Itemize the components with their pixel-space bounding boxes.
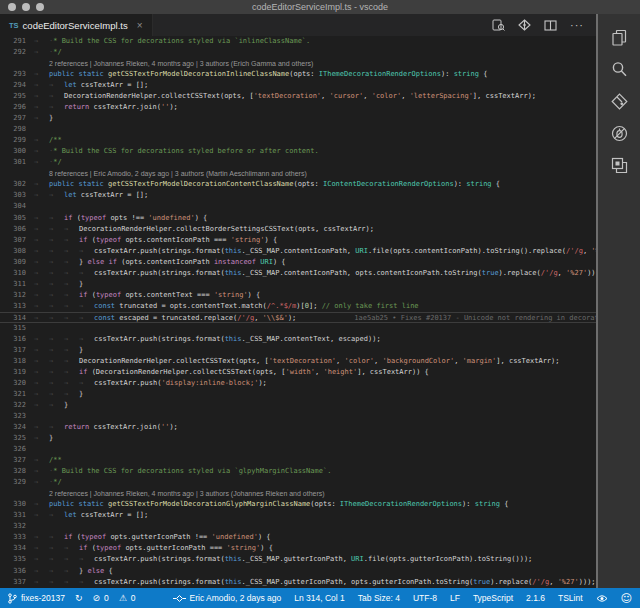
line-number: 300 bbox=[0, 146, 26, 157]
line-number: 305 bbox=[0, 213, 26, 224]
more-actions-icon[interactable]: ··· bbox=[570, 20, 584, 30]
code-line[interactable]: 313→→→→const truncated = opts.contentTex… bbox=[0, 301, 596, 312]
source-control-icon bbox=[611, 93, 628, 110]
code-line[interactable]: 298 bbox=[0, 124, 596, 135]
language-mode[interactable]: TypeScript bbox=[473, 593, 513, 603]
minimize-window-button[interactable] bbox=[22, 3, 30, 11]
code-line[interactable]: 325→} bbox=[0, 433, 596, 444]
code-line[interactable]: 301→·*/ bbox=[0, 157, 596, 168]
gitlens-blame-status[interactable]: Eric Amodio, 2 days ago bbox=[173, 593, 282, 603]
toggle-blame-eye-icon[interactable] bbox=[596, 594, 608, 603]
code-line[interactable]: 306→→→DecorationRenderHelper.collectBord… bbox=[0, 224, 596, 235]
code-line[interactable]: 331→→let cssTextArr = []; bbox=[0, 510, 596, 521]
code-line[interactable]: 293→public static getCSSTextForModelDeco… bbox=[0, 69, 596, 80]
code-line[interactable]: 296→→return cssTextArr.join(''); bbox=[0, 102, 596, 113]
code-line[interactable]: 316→→→→cssTextArr.push(strings.format(th… bbox=[0, 334, 596, 345]
code-line[interactable]: 329→·*/ bbox=[0, 477, 596, 488]
codelens-row[interactable]: 8 references | Eric Amodio, 2 days ago |… bbox=[0, 168, 596, 179]
code-line[interactable]: 336→→→} else { bbox=[0, 566, 596, 577]
code-line[interactable]: 302→public static getCSSTextForModelDeco… bbox=[0, 179, 596, 190]
code-line[interactable]: 299→/** bbox=[0, 135, 596, 146]
feedback-smiley-icon[interactable]: ☺ bbox=[621, 592, 632, 605]
code-line[interactable]: 322→→} bbox=[0, 400, 596, 411]
eol-indicator[interactable]: LF bbox=[450, 593, 460, 603]
code-line[interactable]: 292→·*/ bbox=[0, 47, 596, 58]
code-line[interactable]: 308→→→→cssTextArr.push(strings.format(th… bbox=[0, 246, 596, 257]
code-line[interactable]: 337→→→→cssTextArr.push(strings.format(th… bbox=[0, 577, 596, 588]
code-line[interactable]: 320→→→→cssTextArr.push('display:inline-b… bbox=[0, 378, 596, 389]
code-line[interactable]: 321→→→} bbox=[0, 389, 596, 400]
cursor-position[interactable]: Ln 314, Col 1 bbox=[294, 593, 345, 603]
line-number: 326 bbox=[0, 444, 26, 455]
code-line[interactable]: 327→/** bbox=[0, 455, 596, 466]
code-line[interactable]: 314→→→→const escaped = truncated.replace… bbox=[0, 312, 596, 323]
code-line[interactable]: 328→·* Build the CSS for decorations sty… bbox=[0, 466, 596, 477]
tab-size-indicator[interactable]: Tab Size: 4 bbox=[358, 593, 400, 603]
tab-whitespace-icon: → bbox=[49, 422, 64, 433]
code-line[interactable]: 310→→→→cssTextArr.push(strings.format(th… bbox=[0, 268, 596, 279]
extensions-icon bbox=[611, 157, 628, 174]
codelens-link[interactable]: 2 references | Johannes Rieken, 4 months… bbox=[26, 58, 596, 69]
close-window-button[interactable] bbox=[8, 3, 16, 11]
code-line[interactable]: 335→→→→cssTextArr.push(strings.format(th… bbox=[0, 554, 596, 565]
code-line[interactable]: 291→·* Build the CSS for decorations sty… bbox=[0, 36, 596, 47]
sync-button[interactable]: ↻ bbox=[75, 593, 83, 603]
code-line[interactable]: 318→→→DecorationRenderHelper.collectCSST… bbox=[0, 356, 596, 367]
codelens-row[interactable]: 2 references | Johannes Rieken, 4 months… bbox=[0, 488, 596, 499]
code-line[interactable]: 333→→if (typeof opts.gutterIconPath !== … bbox=[0, 532, 596, 543]
code-line[interactable]: 323 bbox=[0, 411, 596, 422]
open-changes-icon[interactable] bbox=[518, 19, 531, 31]
code-line[interactable]: 294→→let cssTextArr = []; bbox=[0, 80, 596, 91]
code-line[interactable]: 326 bbox=[0, 444, 596, 455]
tab-whitespace-icon: → bbox=[79, 301, 94, 312]
code-line[interactable]: 300→·* Build the CSS for decorations sty… bbox=[0, 146, 596, 157]
tab-whitespace-icon: → bbox=[49, 543, 64, 554]
line-number: 297 bbox=[0, 113, 26, 124]
code-line[interactable]: 319→→→if (DecorationRenderHelper.collect… bbox=[0, 367, 596, 378]
sidebar-item-explorer[interactable] bbox=[598, 21, 640, 53]
sidebar-item-extensions[interactable] bbox=[598, 149, 640, 181]
codelens-row[interactable]: 2 references | Johannes Rieken, 4 months… bbox=[0, 58, 596, 69]
close-tab-icon[interactable]: × bbox=[137, 20, 143, 31]
tab-whitespace-icon: → bbox=[34, 91, 49, 102]
codelens-link[interactable]: 8 references | Eric Amodio, 2 days ago |… bbox=[26, 168, 596, 179]
tab-whitespace-icon: → bbox=[64, 313, 79, 322]
open-preview-icon[interactable] bbox=[492, 19, 505, 31]
code-line[interactable]: 311→→→} bbox=[0, 279, 596, 290]
tslint-status[interactable]: TSLint bbox=[558, 593, 583, 603]
git-branch-indicator[interactable]: fixes-20137 bbox=[8, 593, 65, 604]
code-editor[interactable]: 291→·* Build the CSS for decorations sty… bbox=[0, 36, 596, 588]
code-line[interactable]: 304 bbox=[0, 201, 596, 212]
line-number: 310 bbox=[0, 268, 26, 279]
sidebar-item-debug[interactable] bbox=[598, 117, 640, 149]
code-line[interactable]: 317→→→} bbox=[0, 345, 596, 356]
code-line[interactable]: 312→→→if (typeof opts.contentText === 's… bbox=[0, 290, 596, 301]
code-line[interactable]: 295→→DecorationRenderHelper.collectCSSTe… bbox=[0, 91, 596, 102]
code-line[interactable]: 305→→if (typeof opts !== 'undefined') { bbox=[0, 213, 596, 224]
code-line[interactable]: 330→public static getCSSTextForModelDeco… bbox=[0, 499, 596, 510]
codelens-link[interactable]: 2 references | Johannes Rieken, 4 months… bbox=[26, 488, 596, 499]
code-line[interactable]: 307→→→if (typeof opts.contentIconPath ==… bbox=[0, 235, 596, 246]
tab-codeEditorServiceImpl[interactable]: TS codeEditorServiceImpl.ts × bbox=[0, 14, 153, 36]
split-editor-icon[interactable] bbox=[544, 20, 557, 31]
encoding-indicator[interactable]: UTF-8 bbox=[413, 593, 437, 603]
code-line[interactable]: 309→→→} else if (opts.contentIconPath in… bbox=[0, 257, 596, 268]
tab-whitespace-icon: → bbox=[49, 290, 64, 301]
sidebar-item-source-control[interactable] bbox=[598, 85, 640, 117]
maximize-window-button[interactable] bbox=[36, 3, 44, 11]
tab-whitespace-icon: → bbox=[34, 179, 49, 190]
sidebar-item-search[interactable] bbox=[598, 53, 640, 85]
code-line[interactable]: 315 bbox=[0, 323, 596, 334]
typescript-version[interactable]: 2.1.6 bbox=[526, 593, 545, 603]
code-line[interactable]: 297→} bbox=[0, 113, 596, 124]
code-line[interactable]: 303→→let cssTextArr = []; bbox=[0, 190, 596, 201]
code-line[interactable]: 324→→return cssTextArr.join(''); bbox=[0, 422, 596, 433]
warning-count[interactable]: ⚠ 0 bbox=[119, 593, 136, 603]
code-line[interactable]: 332 bbox=[0, 521, 596, 532]
tab-whitespace-icon: → bbox=[34, 268, 49, 279]
tab-whitespace-icon: → bbox=[79, 334, 94, 345]
blame-annotation: 1ae5ab25 • Fixes #20137 - Unicode not re… bbox=[354, 314, 596, 322]
error-count[interactable]: ⊘ 0 bbox=[93, 593, 109, 603]
line-number: 295 bbox=[0, 91, 26, 102]
code-line[interactable]: 334→→→if (typeof opts.gutterIconPath ===… bbox=[0, 543, 596, 554]
